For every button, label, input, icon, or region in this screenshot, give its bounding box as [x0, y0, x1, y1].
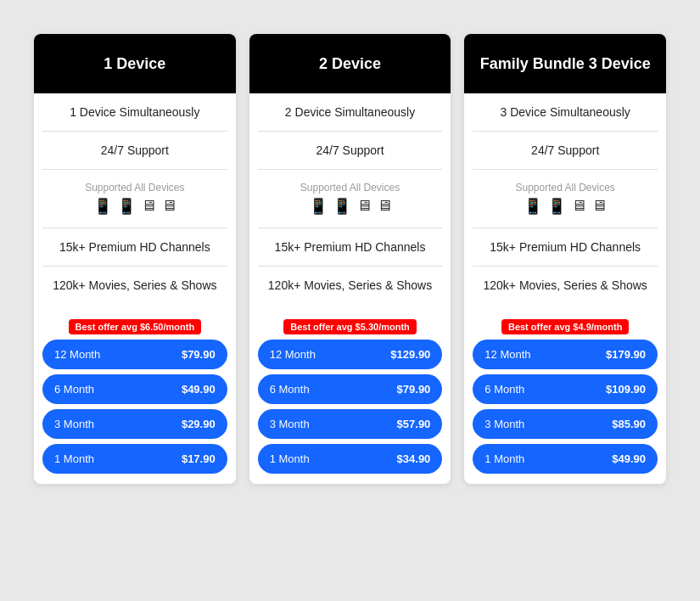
price-label: 3 Month	[270, 418, 310, 430]
plan-title-2: 2 Device	[249, 34, 451, 93]
plan-title-3: Family Bundle 3 Device	[464, 34, 666, 93]
price-button-3-2[interactable]: 6 Month$109.90	[473, 374, 658, 404]
channels-2: 15k+ Premium HD Channels	[258, 228, 443, 267]
tablet-icon: 📱	[333, 197, 351, 216]
device-icons-2: 📱 📱 🖥 🖥	[263, 197, 438, 216]
price-button-3-4[interactable]: 1 Month$49.90	[473, 444, 658, 474]
price-label: 1 Month	[270, 452, 310, 465]
price-amount: $129.90	[390, 348, 430, 361]
best-offer-badge-1: Best offer avg $6.50/month	[69, 319, 202, 334]
simultaneous-2: 2 Device Simultaneously	[258, 93, 443, 132]
price-button-2-1[interactable]: 12 Month$129.90	[258, 340, 443, 369]
price-button-3-3[interactable]: 3 Month$85.90	[473, 409, 658, 439]
best-offer-badge-2: Best offer avg $5.30/month	[283, 319, 417, 334]
monitor-icon: 🖥	[356, 197, 372, 216]
price-label: 6 Month	[484, 383, 524, 396]
price-amount: $85.90	[612, 418, 646, 430]
simultaneous-1: 1 Device Simultaneously	[42, 93, 227, 132]
tablet-icon: 📱	[93, 197, 112, 216]
devices-row-2: Supported All Devices 📱 📱 🖥 🖥	[258, 170, 443, 228]
price-label: 12 Month	[484, 348, 530, 361]
support-2: 24/7 Support	[258, 132, 443, 170]
price-button-2-3[interactable]: 3 Month$57.90	[258, 409, 443, 439]
movies-2: 120k+ Movies, Series & Shows	[258, 267, 443, 304]
plan-card-3: Family Bundle 3 Device3 Device Simultane…	[464, 34, 666, 484]
price-amount: $34.90	[397, 452, 431, 465]
price-amount: $109.90	[606, 383, 646, 396]
tablet-icon: 📱	[524, 197, 542, 216]
device-icons-1: 📱 📱 🖥 🖥	[48, 197, 222, 216]
price-amount: $179.90	[606, 348, 646, 361]
price-button-1-2[interactable]: 6 Month$49.90	[42, 374, 227, 404]
plan-card-1: 1 Device1 Device Simultaneously24/7 Supp…	[34, 34, 236, 484]
devices-label-3: Supported All Devices	[478, 182, 652, 194]
tablet-icon: 📱	[117, 197, 136, 216]
pricing-section-1: Best offer avg $6.50/month12 Month$79.90…	[34, 312, 236, 484]
monitor-icon: 🖥	[591, 197, 607, 216]
price-amount: $79.90	[397, 383, 431, 396]
price-amount: $29.90	[182, 418, 216, 430]
price-button-3-1[interactable]: 12 Month$179.90	[473, 340, 658, 369]
price-label: 3 Month	[484, 418, 524, 430]
price-button-1-3[interactable]: 3 Month$29.90	[42, 409, 227, 439]
device-icons-3: 📱 📱 🖥 🖥	[478, 197, 652, 216]
price-amount: $49.90	[182, 383, 216, 396]
price-button-2-4[interactable]: 1 Month$34.90	[258, 444, 443, 474]
price-label: 1 Month	[484, 452, 524, 465]
movies-3: 120k+ Movies, Series & Shows	[473, 267, 658, 304]
price-button-2-2[interactable]: 6 Month$79.90	[258, 374, 443, 404]
tablet-icon: 📱	[309, 197, 328, 216]
price-amount: $49.90	[612, 452, 646, 465]
devices-label-2: Supported All Devices	[263, 182, 438, 194]
best-offer-badge-3: Best offer avg $4.9/month	[501, 319, 629, 334]
price-amount: $79.90	[182, 348, 216, 361]
pricing-section-2: Best offer avg $5.30/month12 Month$129.9…	[249, 312, 451, 484]
plan-title-1: 1 Device	[34, 34, 236, 93]
price-button-1-1[interactable]: 12 Month$79.90	[42, 340, 227, 369]
price-amount: $17.90	[182, 452, 216, 465]
devices-label-1: Supported All Devices	[48, 182, 222, 194]
support-3: 24/7 Support	[473, 132, 658, 170]
price-label: 12 Month	[270, 348, 316, 361]
price-button-1-4[interactable]: 1 Month$17.90	[42, 444, 227, 474]
price-label: 12 Month	[54, 348, 100, 361]
monitor-icon: 🖥	[141, 197, 156, 216]
price-amount: $57.90	[397, 418, 431, 430]
channels-3: 15k+ Premium HD Channels	[473, 228, 658, 267]
simultaneous-3: 3 Device Simultaneously	[473, 93, 658, 132]
price-label: 1 Month	[54, 452, 94, 465]
price-label: 6 Month	[54, 383, 94, 396]
devices-row-3: Supported All Devices 📱 📱 🖥 🖥	[473, 170, 658, 228]
monitor-icon: 🖥	[161, 197, 176, 216]
support-1: 24/7 Support	[42, 132, 227, 170]
plan-card-2: 2 Device2 Device Simultaneously24/7 Supp…	[249, 34, 451, 484]
devices-row-1: Supported All Devices 📱 📱 🖥 🖥	[42, 170, 227, 228]
pricing-section-3: Best offer avg $4.9/month12 Month$179.90…	[464, 312, 666, 484]
channels-1: 15k+ Premium HD Channels	[42, 228, 227, 267]
movies-1: 120k+ Movies, Series & Shows	[42, 267, 227, 304]
monitor-icon: 🖥	[571, 197, 586, 216]
price-label: 3 Month	[54, 418, 94, 430]
monitor-icon: 🖥	[377, 197, 392, 216]
tablet-icon: 📱	[547, 197, 566, 216]
price-label: 6 Month	[270, 383, 310, 396]
plans-container: 1 Device1 Device Simultaneously24/7 Supp…	[17, 17, 683, 501]
